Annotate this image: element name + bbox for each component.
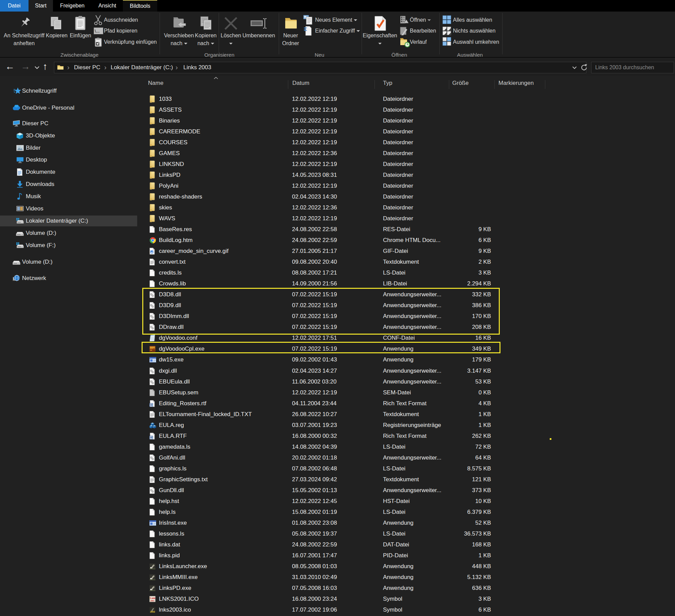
svg-text:\...: \... <box>95 29 99 34</box>
